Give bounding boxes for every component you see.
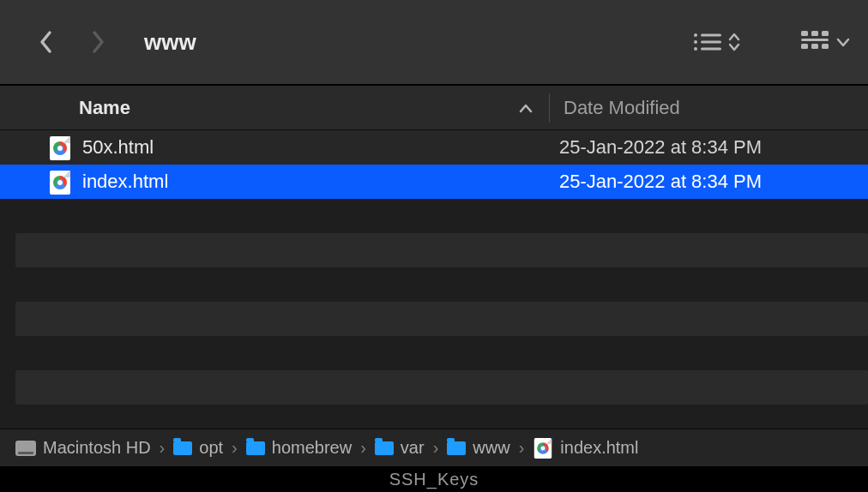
html-file-icon (534, 438, 552, 459)
html-file-icon (50, 171, 72, 193)
path-disk[interactable]: Macintosh HD (15, 438, 151, 458)
finder-window: www (0, 0, 868, 492)
html-file-icon (50, 136, 72, 159)
svg-rect-5 (701, 48, 721, 51)
column-date-modified[interactable]: Date Modified (550, 97, 868, 119)
svg-rect-6 (801, 31, 808, 36)
path-bar: Macintosh HD › opt › homebrew › var › ww… (0, 429, 868, 466)
placeholder-row (15, 233, 868, 267)
chevron-right-icon: › (519, 438, 525, 458)
path-segment-label: var (401, 438, 425, 458)
path-segment[interactable]: var (375, 438, 425, 458)
column-name-label: Name (79, 97, 130, 119)
group-by-button[interactable] (801, 31, 851, 53)
svg-rect-9 (801, 39, 829, 41)
file-date: 25-Jan-2022 at 8:34 PM (546, 136, 762, 159)
placeholder-rows (0, 233, 868, 405)
svg-point-4 (694, 47, 697, 51)
file-row[interactable]: 50x.html 25-Jan-2022 at 8:34 PM (0, 130, 868, 165)
svg-rect-12 (822, 44, 829, 49)
folder-title: www (144, 29, 196, 56)
forward-button[interactable] (86, 30, 110, 54)
view-controls (693, 31, 851, 53)
file-date: 25-Jan-2022 at 8:34 PM (546, 171, 762, 193)
folder-icon (173, 441, 192, 455)
path-segment[interactable]: homebrew (246, 438, 352, 458)
svg-rect-7 (811, 31, 818, 36)
chevron-right-icon: › (433, 438, 439, 458)
column-date-label: Date Modified (564, 97, 680, 118)
nav-buttons (34, 30, 110, 54)
file-name: index.html (82, 171, 546, 193)
chevron-right-icon: › (160, 438, 166, 458)
svg-point-0 (694, 33, 697, 37)
chevron-right-icon: › (232, 438, 238, 458)
up-down-icon (727, 32, 741, 52)
path-segment[interactable]: opt (173, 438, 223, 458)
path-segment-label: homebrew (272, 438, 352, 458)
toolbar: www (0, 0, 868, 86)
folder-icon (375, 441, 394, 455)
path-segment[interactable]: www (447, 438, 509, 458)
background-window-hint: SSH_Keys (0, 466, 868, 492)
placeholder-row (15, 370, 868, 405)
svg-rect-10 (801, 44, 808, 49)
list-icon (693, 32, 722, 52)
path-segment-label: www (473, 438, 509, 458)
path-disk-label: Macintosh HD (43, 438, 151, 458)
path-segment-label: opt (199, 438, 223, 458)
svg-rect-8 (822, 31, 829, 36)
svg-point-2 (694, 40, 697, 44)
background-hint-text: SSH_Keys (389, 470, 479, 489)
disk-icon (15, 441, 36, 456)
path-file[interactable]: index.html (533, 436, 638, 460)
sort-indicator-icon (518, 97, 533, 119)
list-view-button[interactable] (693, 32, 741, 52)
chevron-right-icon: › (360, 438, 366, 458)
placeholder-row (15, 302, 868, 336)
folder-icon (447, 441, 466, 455)
file-row[interactable]: index.html 25-Jan-2022 at 8:34 PM (0, 165, 868, 199)
file-list: 50x.html 25-Jan-2022 at 8:34 PM index.ht… (0, 130, 868, 199)
column-header: Name Date Modified (0, 86, 868, 130)
file-name: 50x.html (82, 136, 546, 159)
path-file-label: index.html (560, 438, 638, 458)
column-name[interactable]: Name (0, 97, 549, 119)
svg-rect-1 (701, 34, 721, 37)
svg-rect-3 (701, 41, 721, 44)
grid-group-icon (801, 31, 830, 53)
folder-icon (246, 441, 265, 455)
back-button[interactable] (34, 30, 58, 54)
svg-rect-11 (811, 44, 818, 49)
chevron-down-icon (835, 36, 851, 48)
